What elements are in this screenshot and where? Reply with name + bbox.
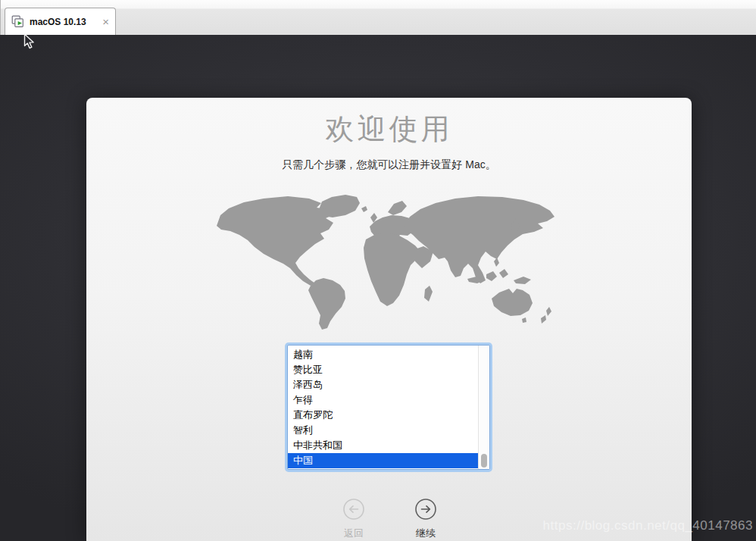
tab-close-icon[interactable]: × (102, 16, 109, 27)
page-subtitle: 只需几个步骤，您就可以注册并设置好 Mac。 (86, 157, 692, 172)
list-item-chile[interactable]: 智利 (288, 423, 478, 438)
continue-button[interactable]: 继续 (395, 498, 456, 540)
vm-tab-title: macOS 10.13 (30, 17, 86, 27)
vm-display: 欢迎使用 只需几个步骤，您就可以注册并设置好 Mac。 (0, 35, 756, 541)
vm-tab-macos[interactable]: macOS 10.13 × (5, 8, 116, 35)
vm-tab-bar: macOS 10.13 × (0, 0, 756, 35)
page-title: 欢迎使用 (86, 112, 692, 145)
country-listbox[interactable]: 越南 赞比亚 泽西岛 乍得 直布罗陀 智利 中非共和国 中国 (287, 345, 490, 470)
back-button-label: 返回 (344, 527, 364, 540)
list-scrollbar[interactable] (478, 346, 489, 469)
list-item-gibraltar[interactable]: 直布罗陀 (288, 408, 478, 423)
arrow-left-circle-icon (342, 498, 365, 521)
list-item-zambia[interactable]: 赞比亚 (288, 362, 478, 377)
back-button[interactable]: 返回 (323, 498, 384, 540)
list-item-jersey[interactable]: 泽西岛 (288, 377, 478, 392)
list-item-vietnam[interactable]: 越南 (288, 347, 478, 362)
world-map-illustration (215, 192, 564, 331)
list-item-chad[interactable]: 乍得 (288, 392, 478, 408)
country-items: 越南 赞比亚 泽西岛 乍得 直布罗陀 智利 中非共和国 中国 (288, 347, 478, 468)
continue-button-label: 继续 (416, 527, 436, 540)
list-item-central-african-republic[interactable]: 中非共和国 (288, 438, 478, 453)
list-item-china-selected[interactable]: 中国 (288, 453, 478, 468)
arrow-right-circle-icon (414, 498, 437, 521)
list-scrollbar-thumb[interactable] (481, 454, 487, 468)
setup-window: 欢迎使用 只需几个步骤，您就可以注册并设置好 Mac。 (86, 98, 692, 541)
vm-tab-icon (11, 15, 24, 28)
screen: macOS 10.13 × 欢迎使用 只需几个步骤，您就可以注册并设置好 Mac… (0, 0, 756, 541)
